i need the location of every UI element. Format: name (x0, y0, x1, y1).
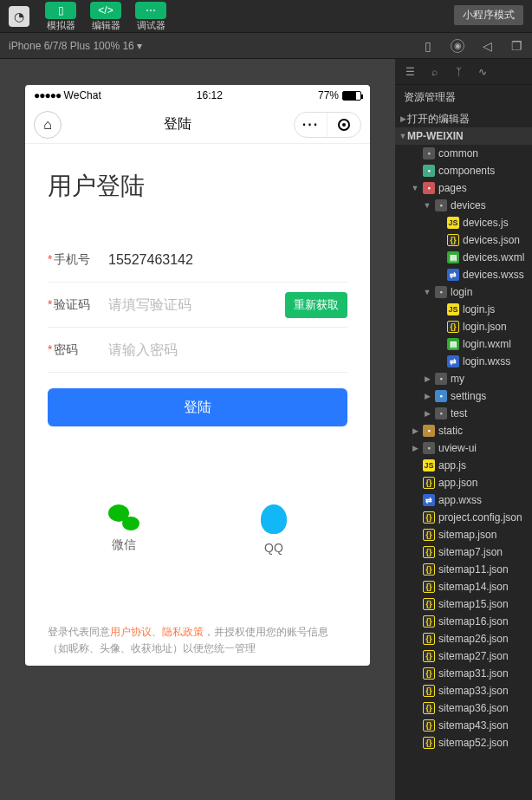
tree-item[interactable]: {}sitemap26.json (395, 630, 532, 647)
tree-item[interactable]: ⇄login.wxss (395, 353, 532, 370)
capsule-button: ··· (294, 112, 361, 138)
wechat-login-button[interactable]: 微信 (108, 504, 139, 555)
device-record-icon[interactable]: ◉ (451, 39, 464, 53)
nav-bar: ⌂ 登陆 ··· (25, 106, 370, 144)
tree-item[interactable]: ▪components (395, 162, 532, 179)
tree-item[interactable]: {}project.config.json (395, 509, 532, 526)
tree-item[interactable]: {}sitemap31.json (395, 665, 532, 682)
json-icon: {} (423, 667, 435, 680)
tree-item[interactable]: {}sitemap.json (395, 526, 532, 543)
tree-item[interactable]: {}sitemap33.json (395, 682, 532, 699)
signal-icon: ●●●●● (34, 89, 61, 101)
agreement-text: 登录代表同意用户协议、隐私政策，并授权使用您的账号信息（如昵称、头像、收获地址）… (48, 624, 347, 657)
battery-label: 77% (318, 89, 339, 101)
panel-graph-icon[interactable]: ∿ (477, 66, 489, 78)
device-mute-icon[interactable]: ◁ (480, 39, 494, 53)
tree-item[interactable]: ▶▪settings (395, 387, 532, 405)
time-label: 16:12 (101, 89, 318, 101)
tree-item[interactable]: JSdevices.js (395, 214, 532, 231)
privacy-policy-link[interactable]: 隐私政策 (162, 626, 204, 638)
debugger-tab-button[interactable]: ⋯ (135, 2, 166, 19)
folder-icon: ▪ (423, 147, 435, 159)
tree-item[interactable]: ▼▪devices (395, 197, 532, 214)
panel-branch-icon[interactable]: ᛉ (452, 66, 464, 78)
tree-item[interactable]: ⇄app.wxss (395, 491, 532, 509)
device-phone-icon[interactable]: ▯ (421, 39, 435, 53)
code-input[interactable] (108, 297, 285, 313)
json-icon: {} (423, 529, 435, 541)
app-logo-icon: ◔ (9, 6, 29, 27)
qq-icon (261, 504, 287, 534)
folder-icon: ▪ (435, 373, 447, 385)
tree-item[interactable]: ▶▪static (395, 422, 532, 439)
folder-r-icon: ▪ (423, 182, 435, 194)
folder-b-icon: ▪ (435, 390, 447, 402)
tree-item[interactable]: ⇄devices.wxss (395, 266, 532, 283)
tree-item[interactable]: ▤login.wxml (395, 335, 532, 353)
tree-item[interactable]: {}sitemap7.json (395, 543, 532, 561)
tree-item[interactable]: JSlogin.js (395, 301, 532, 318)
wxml-icon: ▤ (447, 251, 459, 263)
open-editors-section[interactable]: ▶ 打开的编辑器 (395, 110, 532, 127)
device-window-icon[interactable]: ❐ (509, 39, 523, 53)
tree-item[interactable]: ▼▪login (395, 283, 532, 301)
wxss-icon: ⇄ (447, 355, 459, 367)
tree-item[interactable]: {}sitemap16.json (395, 613, 532, 630)
tree-item[interactable]: ▤devices.wxml (395, 249, 532, 266)
json-icon: {} (423, 546, 435, 558)
phone-field: *手机号 (48, 237, 347, 283)
resend-code-button[interactable]: 重新获取 (285, 292, 347, 318)
folder-icon: ▪ (423, 442, 435, 454)
tree-item[interactable]: {}sitemap27.json (395, 647, 532, 665)
mode-badge[interactable]: 小程序模式 (454, 5, 523, 25)
tree-item[interactable]: {}sitemap52.json (395, 734, 532, 751)
tree-item[interactable]: ▶▪uview-ui (395, 439, 532, 457)
tree-item[interactable]: ▶▪test (395, 405, 532, 422)
json-icon: {} (423, 719, 435, 732)
wxml-icon: ▤ (447, 338, 459, 350)
login-button[interactable]: 登陆 (48, 388, 347, 426)
json-icon: {} (423, 511, 435, 524)
explorer-title: 资源管理器 (395, 85, 532, 110)
js-icon: JS (447, 217, 459, 229)
tree-item[interactable]: ▶▪my (395, 370, 532, 387)
user-agreement-link[interactable]: 用户协议 (110, 626, 152, 638)
tree-item[interactable]: {}sitemap36.json (395, 699, 532, 717)
folder-icon: ▪ (435, 199, 447, 211)
tree-item[interactable]: {}sitemap43.json (395, 717, 532, 734)
simulator-tab-button[interactable]: ▯ (45, 2, 76, 19)
qq-login-button[interactable]: QQ (261, 504, 287, 555)
tree-item[interactable]: {}app.json (395, 474, 532, 491)
panel-search-icon[interactable]: ⌕ (428, 66, 440, 78)
tree-item[interactable]: {}sitemap11.json (395, 561, 532, 578)
folder-g-icon: ▪ (423, 165, 435, 177)
phone-input[interactable] (108, 252, 347, 268)
tree-item[interactable]: {}sitemap14.json (395, 578, 532, 595)
phone-frame: ●●●●● WeChat 16:12 77% ⌂ 登陆 ··· 用户登陆 (25, 85, 370, 666)
panel-menu-icon[interactable]: ☰ (404, 66, 416, 78)
js-icon: JS (447, 303, 459, 315)
tree-item[interactable]: ▼▪pages (395, 179, 532, 197)
password-input[interactable] (108, 342, 347, 358)
simulator-panel: ●●●●● WeChat 16:12 77% ⌂ 登陆 ··· 用户登陆 (0, 59, 395, 800)
nav-title: 登陆 (62, 115, 294, 133)
editor-tab-button[interactable]: </> (90, 2, 121, 19)
tree-item[interactable]: {}devices.json (395, 231, 532, 249)
tree-item[interactable]: {}sitemap15.json (395, 595, 532, 613)
wxss-icon: ⇄ (447, 269, 459, 281)
tree-item[interactable]: JSapp.js (395, 457, 532, 474)
side-panel: ☰ ⌕ ᛉ ∿ 资源管理器 ▶ 打开的编辑器 ▼ MP-WEIXIN ▪comm… (395, 59, 532, 800)
json-icon: {} (423, 650, 435, 662)
capsule-close-button[interactable] (328, 113, 360, 137)
home-button[interactable]: ⌂ (34, 111, 62, 139)
json-icon: {} (423, 737, 435, 749)
capsule-menu-button[interactable]: ··· (295, 113, 328, 137)
project-root[interactable]: ▼ MP-WEIXIN (395, 127, 532, 145)
device-selector[interactable]: iPhone 6/7/8 Plus 100% 16 ▾ (9, 40, 142, 52)
battery-icon (342, 91, 361, 101)
page-title: 用户登陆 (48, 170, 347, 203)
tree-item[interactable]: {}login.json (395, 318, 532, 335)
tree-item[interactable]: ▪common (395, 145, 532, 162)
simulator-tab-label: 模拟器 (47, 19, 75, 32)
folder-icon: ▪ (435, 407, 447, 420)
